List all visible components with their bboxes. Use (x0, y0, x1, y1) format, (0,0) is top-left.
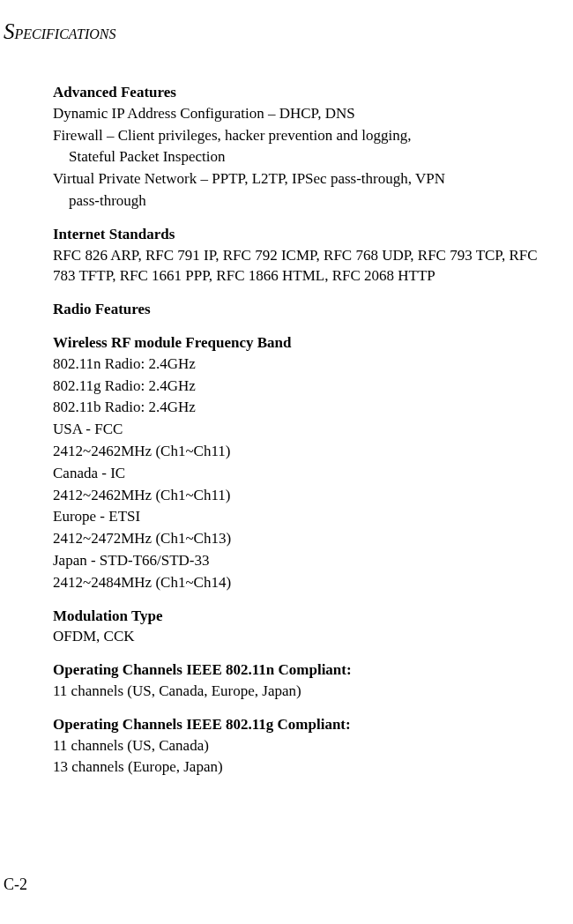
text-line: USA - FCC (53, 419, 548, 440)
text-line: 13 channels (Europe, Japan) (53, 756, 548, 778)
section-internet-standards: Internet Standards RFC 826 ARP, RFC 791 … (53, 224, 548, 287)
heading-channels-g: Operating Channels IEEE 802.11g Complian… (53, 714, 548, 735)
text-line: 2412~2462MHz (Ch1~Ch11) (53, 441, 548, 462)
heading-channels-n: Operating Channels IEEE 802.11n Complian… (53, 659, 548, 681)
text-line: Virtual Private Network – PPTP, L2TP, IP… (53, 168, 548, 190)
heading-wireless-band: Wireless RF module Frequency Band (53, 332, 548, 354)
text-line: 802.11g Radio: 2.4GHz (53, 376, 548, 397)
section-modulation: Modulation Type OFDM, CCK (53, 606, 548, 648)
section-channels-n: Operating Channels IEEE 802.11n Complian… (53, 659, 548, 702)
text-line: 2412~2472MHz (Ch1~Ch13) (53, 528, 548, 549)
text-line: Canada - IC (53, 463, 548, 484)
heading-radio-features: Radio Features (53, 299, 548, 320)
text-line: 802.11n Radio: 2.4GHz (53, 354, 548, 375)
header-rest: PECIFICATIONS (15, 26, 116, 41)
text-line: Firewall – Client privileges, hacker pre… (53, 125, 548, 146)
section-wireless-band: Wireless RF module Frequency Band 802.11… (53, 332, 548, 593)
text-line-indent: pass-through (53, 190, 548, 212)
heading-modulation: Modulation Type (53, 606, 548, 627)
heading-advanced-features: Advanced Features (53, 82, 548, 103)
text-line: 2412~2462MHz (Ch1~Ch11) (53, 485, 548, 506)
section-channels-g: Operating Channels IEEE 802.11g Complian… (53, 714, 548, 778)
text-line: 802.11b Radio: 2.4GHz (53, 397, 548, 418)
page-number: C-2 (4, 874, 27, 896)
text-line: Japan - STD-T66/STD-33 (53, 550, 548, 571)
text-line: Europe - ETSI (53, 506, 548, 527)
text-line: 2412~2484MHz (Ch1~Ch14) (53, 572, 548, 593)
header-first-letter: S (4, 19, 15, 43)
text-line: 11 channels (US, Canada) (53, 735, 548, 756)
page-content: Advanced Features Dynamic IP Address Con… (0, 47, 573, 778)
section-radio-features: Radio Features (53, 299, 548, 320)
text-line: 11 channels (US, Canada, Europe, Japan) (53, 681, 548, 702)
text-line: OFDM, CCK (53, 626, 548, 647)
heading-internet-standards: Internet Standards (53, 224, 548, 245)
page-header: SPECIFICATIONS (0, 0, 573, 47)
section-advanced-features: Advanced Features Dynamic IP Address Con… (53, 82, 548, 212)
text-line-indent: Stateful Packet Inspection (53, 146, 548, 168)
text-line: Dynamic IP Address Configuration – DHCP,… (53, 103, 548, 124)
text-line: RFC 826 ARP, RFC 791 IP, RFC 792 ICMP, R… (53, 245, 548, 287)
